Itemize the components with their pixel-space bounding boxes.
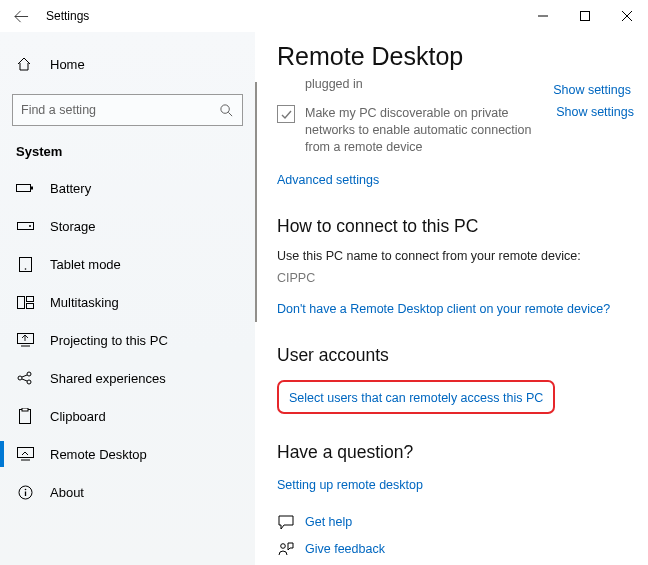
- svg-point-17: [18, 376, 22, 380]
- svg-point-29: [281, 543, 286, 548]
- arrow-left-icon: [14, 9, 29, 24]
- advanced-settings-link[interactable]: Advanced settings: [277, 173, 379, 187]
- category-title: System: [0, 140, 255, 169]
- projecting-icon: [16, 331, 34, 349]
- sidebar-item-label: Storage: [50, 219, 96, 234]
- discoverable-desc: Make my PC discoverable on private netwo…: [305, 105, 556, 156]
- chat-icon: [277, 515, 295, 530]
- show-settings-link-top[interactable]: Show settings: [553, 83, 631, 97]
- svg-point-19: [27, 380, 31, 384]
- discoverable-checkbox[interactable]: [277, 105, 295, 123]
- battery-icon: [16, 179, 34, 197]
- sidebar-item-shared-experiences[interactable]: Shared experiences: [0, 359, 255, 397]
- pc-name: CIPPC: [277, 271, 634, 285]
- sidebar-item-storage[interactable]: Storage: [0, 207, 255, 245]
- sidebar-item-label: Battery: [50, 181, 91, 196]
- svg-rect-14: [26, 303, 33, 308]
- svg-rect-6: [17, 185, 31, 192]
- highlight-annotation: Select users that can remotely access th…: [277, 380, 555, 414]
- multitasking-icon: [16, 293, 34, 311]
- sidebar-item-about[interactable]: About: [0, 473, 255, 511]
- svg-rect-23: [22, 408, 28, 411]
- connect-desc: Use this PC name to connect from your re…: [277, 249, 634, 263]
- show-settings-link-side[interactable]: Show settings: [556, 105, 634, 119]
- about-icon: [16, 483, 34, 501]
- svg-line-20: [22, 375, 27, 377]
- maximize-button[interactable]: [564, 2, 606, 30]
- sidebar-item-label: Clipboard: [50, 409, 106, 424]
- svg-line-5: [228, 112, 232, 116]
- svg-rect-8: [17, 223, 33, 230]
- svg-rect-12: [17, 296, 24, 308]
- sidebar-item-label: About: [50, 485, 84, 500]
- give-feedback-label: Give feedback: [305, 542, 385, 556]
- get-help-row[interactable]: Get help: [277, 515, 634, 530]
- minimize-icon: [538, 11, 548, 21]
- select-users-link[interactable]: Select users that can remotely access th…: [289, 391, 543, 405]
- get-help-label: Get help: [305, 515, 352, 529]
- sidebar-item-tablet-mode[interactable]: Tablet mode: [0, 245, 255, 283]
- svg-point-4: [221, 104, 229, 112]
- sidebar-item-label: Projecting to this PC: [50, 333, 168, 348]
- titlebar: Settings: [0, 0, 648, 32]
- sidebar-item-multitasking[interactable]: Multitasking: [0, 283, 255, 321]
- sidebar-item-clipboard[interactable]: Clipboard: [0, 397, 255, 435]
- window-title: Settings: [46, 9, 89, 23]
- sidebar-item-label: Shared experiences: [50, 371, 166, 386]
- remote-desktop-icon: [16, 445, 34, 463]
- nav-list: Battery Storage Tablet mode Multitasking…: [0, 169, 255, 511]
- minimize-button[interactable]: [522, 2, 564, 30]
- question-heading: Have a question?: [277, 442, 634, 463]
- sidebar-item-battery[interactable]: Battery: [0, 169, 255, 207]
- maximize-icon: [580, 11, 590, 21]
- clipboard-icon: [16, 407, 34, 425]
- setup-link[interactable]: Setting up remote desktop: [277, 478, 423, 492]
- svg-rect-22: [20, 410, 31, 424]
- content-area: Remote Desktop plugged in Show settings …: [255, 32, 648, 565]
- sidebar-item-projecting[interactable]: Projecting to this PC: [0, 321, 255, 359]
- give-feedback-row[interactable]: Give feedback: [277, 542, 634, 557]
- storage-icon: [16, 217, 34, 235]
- feedback-icon: [277, 542, 295, 557]
- svg-rect-1: [581, 12, 590, 21]
- sidebar: Home System Battery Storage Tablet mode …: [0, 32, 255, 565]
- svg-rect-13: [26, 296, 33, 301]
- page-title: Remote Desktop: [277, 42, 634, 71]
- shared-icon: [16, 369, 34, 387]
- sidebar-item-label: Multitasking: [50, 295, 119, 310]
- svg-point-27: [24, 488, 26, 490]
- sidebar-item-label: Tablet mode: [50, 257, 121, 272]
- back-button[interactable]: [8, 3, 34, 29]
- discoverable-row: Make my PC discoverable on private netwo…: [277, 105, 634, 156]
- home-icon: [16, 56, 34, 72]
- svg-line-21: [22, 379, 27, 381]
- svg-rect-7: [31, 187, 33, 190]
- search-input[interactable]: [21, 103, 219, 117]
- home-nav[interactable]: Home: [0, 46, 255, 82]
- connect-heading: How to connect to this PC: [277, 216, 634, 237]
- svg-point-9: [29, 225, 31, 227]
- svg-point-18: [27, 372, 31, 376]
- user-accounts-heading: User accounts: [277, 345, 634, 366]
- client-link[interactable]: Don't have a Remote Desktop client on yo…: [277, 302, 610, 316]
- close-icon: [622, 11, 632, 21]
- search-icon: [219, 103, 234, 118]
- search-box[interactable]: [12, 94, 243, 126]
- check-icon: [280, 108, 293, 121]
- sidebar-item-label: Remote Desktop: [50, 447, 147, 462]
- close-button[interactable]: [606, 2, 648, 30]
- scrollbar[interactable]: [255, 82, 257, 322]
- svg-point-11: [24, 268, 26, 270]
- sidebar-item-remote-desktop[interactable]: Remote Desktop: [0, 435, 255, 473]
- home-label: Home: [50, 57, 85, 72]
- tablet-icon: [16, 255, 34, 273]
